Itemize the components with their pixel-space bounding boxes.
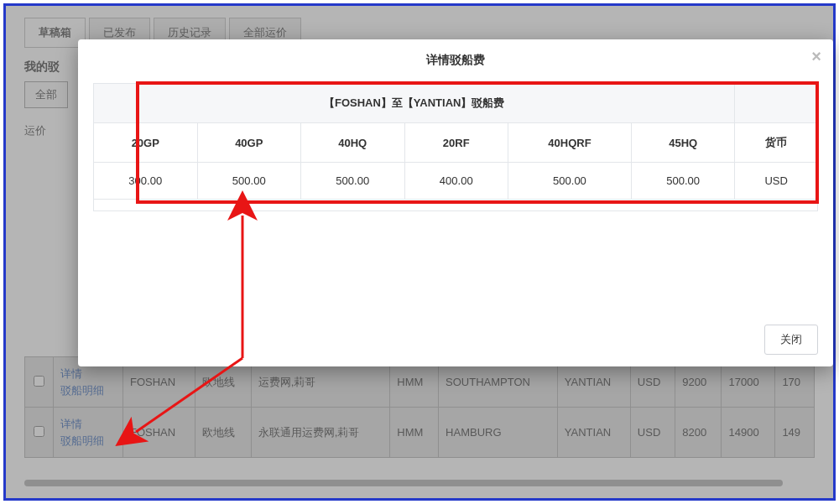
modal-title: 详情驳船费 × bbox=[78, 39, 833, 80]
feeder-fee-modal: 详情驳船费 × 【FOSHAN】至【YANTIAN】驳船费 20GP 40GP … bbox=[78, 39, 833, 366]
fee-spacer bbox=[94, 200, 818, 211]
fee-row: 300.00 500.00 500.00 400.00 500.00 500.0… bbox=[94, 163, 818, 200]
fee-cell: 400.00 bbox=[404, 163, 508, 200]
close-button[interactable]: 关闭 bbox=[764, 325, 818, 355]
fee-cell: 500.00 bbox=[301, 163, 405, 200]
fee-table-title: 【FOSHAN】至【YANTIAN】驳船费 bbox=[94, 84, 735, 123]
fee-header: 40GP bbox=[197, 123, 301, 163]
fee-header: 40HQ bbox=[301, 123, 405, 163]
fee-header: 货币 bbox=[735, 123, 818, 163]
fee-table: 【FOSHAN】至【YANTIAN】驳船费 20GP 40GP 40HQ 20R… bbox=[93, 83, 818, 211]
fee-header: 20GP bbox=[94, 123, 198, 163]
fee-cell: USD bbox=[735, 163, 818, 200]
close-icon[interactable]: × bbox=[811, 48, 821, 65]
fee-header: 45HQ bbox=[631, 123, 735, 163]
fee-cell: 300.00 bbox=[94, 163, 198, 200]
modal-title-text: 详情驳船费 bbox=[426, 53, 485, 66]
fee-cell: 500.00 bbox=[631, 163, 735, 200]
fee-header: 20RF bbox=[404, 123, 508, 163]
fee-header: 40HQRF bbox=[508, 123, 632, 163]
fee-blank-header bbox=[735, 84, 818, 123]
fee-cell: 500.00 bbox=[508, 163, 632, 200]
fee-cell: 500.00 bbox=[197, 163, 301, 200]
